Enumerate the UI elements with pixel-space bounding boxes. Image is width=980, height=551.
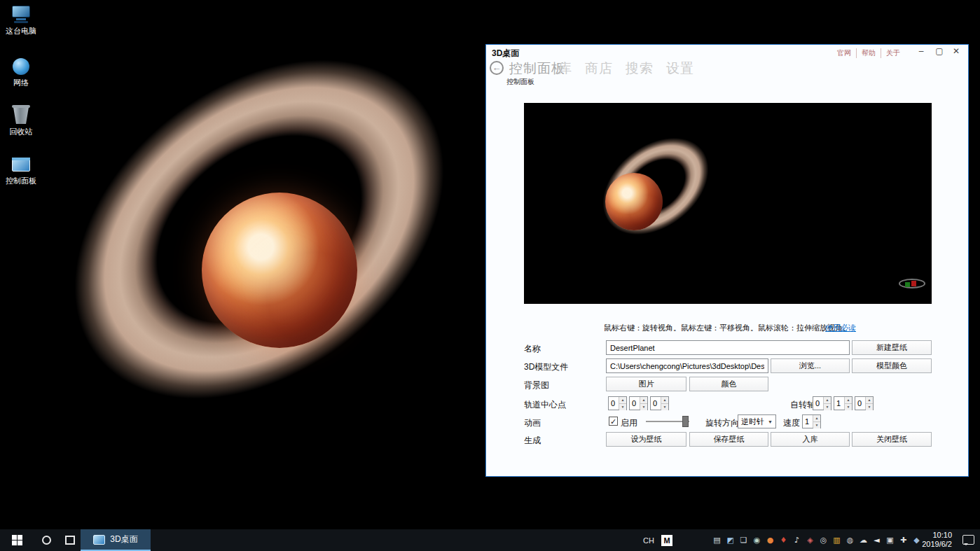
start-button[interactable] [0, 529, 34, 551]
back-button[interactable]: ← [490, 61, 504, 75]
axis-y-spinner[interactable]: 1▲▼ [834, 396, 853, 410]
name-label: 名称 [524, 343, 541, 355]
close-button[interactable]: ✕ [947, 45, 965, 59]
spin-up-icon[interactable]: ▲ [661, 397, 668, 403]
orbit-x-spinner[interactable]: 0▲▼ [608, 396, 627, 410]
tab-control-panel[interactable]: 控制面板 [509, 60, 565, 78]
browse-button[interactable]: 浏览... [771, 358, 850, 373]
spin-up-icon[interactable]: ▲ [640, 397, 647, 403]
model-path-input[interactable] [606, 358, 768, 373]
tray-display-icon[interactable]: ▤ [712, 536, 722, 545]
tray-security-icon[interactable]: ◉ [752, 536, 762, 545]
speed-value: 1 [805, 417, 809, 426]
axis-z-spinner[interactable]: 0▲▼ [855, 396, 874, 410]
spin-down-icon[interactable]: ▼ [813, 421, 820, 428]
tray-clipboard-icon[interactable]: ❏ [738, 536, 749, 545]
about-link[interactable]: 关于 [881, 48, 905, 58]
slider-thumb[interactable] [682, 416, 689, 427]
background-picture-button[interactable]: 图片 [606, 377, 686, 391]
tray-folder-icon[interactable]: ▥ [831, 536, 842, 545]
tray-cloud-icon[interactable]: ☁ [858, 536, 869, 545]
speed-spinner[interactable]: 1▲▼ [802, 414, 821, 428]
tray-eye-icon[interactable]: ◍ [845, 536, 855, 545]
windows-logo-icon [12, 535, 22, 545]
model-preview-viewport[interactable] [524, 103, 932, 304]
tray-move-icon[interactable]: ✚ [898, 536, 909, 545]
desktop-icon-this-pc[interactable]: 这台电脑 [1, 6, 41, 36]
desktop-icon-label: 回收站 [1, 127, 41, 137]
search-icon [42, 536, 51, 545]
spin-down-icon[interactable]: ▼ [824, 403, 831, 410]
network-icon [11, 57, 31, 76]
tray-chat-icon[interactable]: ◩ [725, 536, 736, 545]
titlebar[interactable]: 3D桌面 官网 帮助 关于 – ▢ ✕ [486, 45, 968, 60]
desktop-icon-recycle-bin[interactable]: 回收站 [1, 105, 41, 137]
tray-network-icon[interactable]: ▣ [885, 536, 895, 545]
search-button[interactable] [34, 529, 59, 551]
close-wallpaper-button[interactable]: 关闭壁纸 [852, 432, 932, 447]
tray-phone-icon[interactable]: ◎ [818, 536, 829, 545]
spin-up-icon[interactable]: ▲ [824, 397, 831, 403]
recycle-bin-icon [12, 105, 30, 125]
check-icon: ✓ [610, 417, 616, 426]
spin-up-icon[interactable]: ▲ [813, 415, 820, 421]
tray-download-icon[interactable]: ◈ [805, 536, 815, 545]
tab-settings[interactable]: 设置 [666, 60, 694, 78]
rotation-direction-select[interactable]: 逆时针 ▼ [738, 414, 776, 428]
desktop-icon-network[interactable]: 网络 [1, 57, 41, 88]
spin-down-icon[interactable]: ▼ [845, 403, 852, 410]
desktop-icon-control-panel[interactable]: 控制面板 [1, 157, 41, 186]
back-arrow-icon: ← [492, 62, 502, 73]
name-input[interactable] [606, 340, 850, 355]
language-indicator[interactable]: CH [639, 529, 658, 551]
background-color-button[interactable]: 颜色 [689, 377, 768, 391]
ime-mode-button[interactable]: M [658, 529, 675, 551]
task-view-button[interactable] [59, 529, 81, 551]
spin-up-icon[interactable]: ▲ [619, 397, 626, 403]
enable-label: 启用 [621, 417, 637, 429]
desktop-icon-label: 网络 [1, 78, 41, 88]
axis-x-spinner[interactable]: 0▲▼ [813, 396, 831, 410]
animation-slider[interactable] [646, 416, 689, 427]
new-wallpaper-button[interactable]: 新建壁纸 [852, 340, 932, 355]
maximize-button[interactable]: ▢ [930, 45, 948, 59]
official-site-link[interactable]: 官网 [832, 48, 856, 58]
tab-search[interactable]: 搜索 [626, 60, 654, 78]
taskbar-app-3d-desktop[interactable]: 3D桌面 [81, 529, 151, 551]
taskbar-clock[interactable]: 10:10 2019/6/2 [910, 531, 952, 549]
spin-down-icon[interactable]: ▼ [661, 403, 668, 410]
help-link[interactable]: 帮助 [856, 48, 881, 58]
taskbar: 3D桌面 CH M ▤◩❏◉●♦♪◈◎▥◍☁◄▣✚◆ 10:10 2019/6/… [0, 529, 980, 551]
background-label: 背景图 [524, 379, 549, 391]
add-to-library-button[interactable]: 入库 [771, 432, 850, 447]
tab-store[interactable]: 商店 [585, 60, 613, 78]
orbit-center-label: 轨道中心点 [524, 399, 566, 411]
rotation-direction-label: 旋转方向 [705, 417, 739, 429]
orbit-z-value: 0 [653, 399, 657, 407]
spin-down-icon[interactable]: ▼ [619, 403, 626, 410]
orbit-y-spinner[interactable]: 0▲▼ [629, 396, 648, 410]
orbit-z-spinner[interactable]: 0▲▼ [650, 396, 669, 410]
planet [202, 193, 357, 348]
spin-down-icon[interactable]: ▼ [640, 403, 647, 410]
minimize-button[interactable]: – [912, 45, 930, 59]
tray-pepper-icon[interactable]: ♦ [778, 536, 789, 545]
enable-checkbox[interactable]: ✓ [609, 417, 618, 426]
tray-music-icon[interactable]: ♪ [792, 536, 802, 545]
tab-library[interactable]: 库 [558, 60, 572, 78]
save-wallpaper-button[interactable]: 保存壁纸 [689, 432, 768, 447]
animation-label: 动画 [524, 417, 541, 429]
set-wallpaper-button[interactable]: 设为壁纸 [606, 432, 686, 447]
usage-guide-link[interactable]: 使用必读 [825, 323, 856, 333]
action-center-icon[interactable] [962, 535, 974, 545]
task-view-icon [65, 536, 75, 545]
speed-label: 速度 [783, 417, 800, 429]
model-color-button[interactable]: 模型颜色 [852, 358, 932, 373]
tray-browser-icon[interactable]: ● [765, 536, 775, 545]
spin-up-icon[interactable]: ▲ [845, 397, 852, 403]
spin-up-icon[interactable]: ▲ [866, 397, 873, 403]
breadcrumb: 控制面板 [506, 77, 534, 87]
spin-down-icon[interactable]: ▼ [866, 403, 873, 410]
axis-gizmo-icon [899, 277, 927, 291]
tray-volume-icon[interactable]: ◄ [871, 536, 882, 545]
